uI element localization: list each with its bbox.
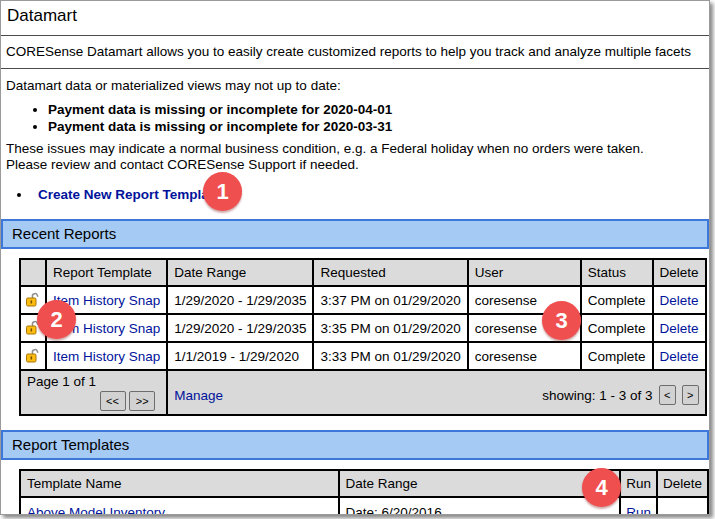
requested-cell: 3:37 PM on 01/29/2020 xyxy=(313,286,467,314)
divider-intro xyxy=(1,68,709,69)
status-cell: Complete xyxy=(581,314,653,342)
requested-cell: 3:33 PM on 01/29/2020 xyxy=(313,342,467,370)
note-text: These issues may indicate a normal busin… xyxy=(6,141,709,172)
user-cell: coresense xyxy=(468,342,581,370)
user-column-header: User xyxy=(468,259,581,286)
date-range-column-header: Date Range xyxy=(339,470,621,497)
warning-item: Payment data is missing or incomplete fo… xyxy=(48,119,709,135)
date-range-cell: 1/29/2020 - 1/29/2035 xyxy=(167,314,313,342)
recent-reports-table: Report Template Date Range Requested Use… xyxy=(19,258,707,416)
run-template-link[interactable]: Run xyxy=(626,505,651,516)
template-name-column-header: Template Name xyxy=(20,470,339,497)
status-column-header: Status xyxy=(581,259,653,286)
table-header-row: Report Template Date Range Requested Use… xyxy=(20,259,706,286)
page-title: Datamart xyxy=(7,6,709,26)
note-line: These issues may indicate a normal busin… xyxy=(6,141,709,157)
warning-item: Payment data is missing or incomplete fo… xyxy=(48,102,709,118)
status-cell: Complete xyxy=(581,342,653,370)
run-column-header: Run xyxy=(620,470,657,497)
warning-list: Payment data is missing or incomplete fo… xyxy=(1,102,709,134)
prev-page-button[interactable]: < xyxy=(659,385,676,405)
warning-heading: Datamart data or materialized views may … xyxy=(6,78,709,93)
template-name-link[interactable]: Above Model Inventory xyxy=(27,505,165,516)
table-row: Item History Snap 1/1/2019 - 1/29/2020 3… xyxy=(20,342,706,370)
date-range-column-header: Date Range xyxy=(167,259,313,286)
report-template-link[interactable]: Item History Snap xyxy=(53,349,160,364)
date-range-cell: Date: 6/20/2016 xyxy=(339,497,621,515)
recent-reports-header: Recent Reports xyxy=(1,219,709,249)
create-new-report-template-link[interactable]: Create New Report Template xyxy=(38,187,221,202)
datamart-page: Datamart CORESense Datamart allows you t… xyxy=(0,0,710,515)
date-range-cell: 1/29/2020 - 1/29/2035 xyxy=(167,286,313,314)
status-cell: Complete xyxy=(581,286,653,314)
requested-column-header: Requested xyxy=(313,259,467,286)
note-line: Please review and contact CORESense Supp… xyxy=(6,157,709,173)
create-template-list: Create New Report Template xyxy=(1,187,709,202)
annotation-circle-2: 2 xyxy=(37,300,76,339)
first-page-button[interactable]: << xyxy=(100,391,126,411)
delete-report-link[interactable]: Delete xyxy=(660,293,699,308)
annotation-circle-1: 1 xyxy=(203,172,242,211)
pagination-row: Page 1 of 1 << >> Manage showing: 1 - 3 … xyxy=(20,370,706,415)
delete-column-header: Delete xyxy=(657,470,708,497)
requested-cell: 3:35 PM on 01/29/2020 xyxy=(313,314,467,342)
date-range-cell: 1/1/2019 - 1/29/2020 xyxy=(167,342,313,370)
unlock-icon[interactable] xyxy=(25,292,41,308)
table-row: Item History Snap 1/29/2020 - 1/29/2035 … xyxy=(20,314,706,342)
delete-report-link[interactable]: Delete xyxy=(660,349,699,364)
delete-column-header: Delete xyxy=(653,259,706,286)
annotation-circle-4: 4 xyxy=(582,468,621,507)
showing-label: showing: 1 - 3 of 3 xyxy=(542,388,652,403)
report-templates-header: Report Templates xyxy=(1,430,709,460)
intro-text: CORESense Datamart allows you to easily … xyxy=(6,44,709,59)
lock-column-header xyxy=(20,259,46,286)
delete-report-link[interactable]: Delete xyxy=(660,321,699,336)
report-template-column-header: Report Template xyxy=(46,259,167,286)
divider-top xyxy=(1,35,709,36)
manage-link[interactable]: Manage xyxy=(174,388,223,403)
last-page-button[interactable]: >> xyxy=(129,391,155,411)
annotation-circle-3: 3 xyxy=(542,301,581,340)
table-row: Item History Snap 1/29/2020 - 1/29/2035 … xyxy=(20,286,706,314)
unlock-icon[interactable] xyxy=(25,348,41,364)
next-page-button[interactable]: > xyxy=(682,385,699,405)
delete-template-cell xyxy=(657,497,708,515)
page-count-label: Page 1 of 1 xyxy=(27,374,160,389)
